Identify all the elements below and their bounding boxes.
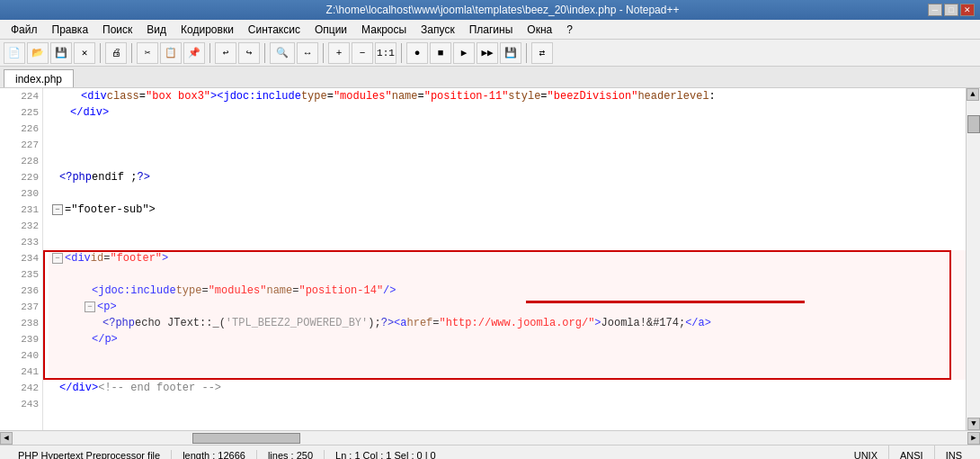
menu-search[interactable]: Поиск	[95, 22, 139, 38]
code-content[interactable]: <div class="box box3"> <jdoc:include typ…	[43, 88, 966, 430]
code-line-229: <?php endif ; ?>	[49, 169, 966, 185]
menu-plugins[interactable]: Плагины	[462, 22, 521, 38]
menu-help[interactable]: ?	[559, 22, 580, 38]
code-line-237: − <p>	[49, 299, 966, 315]
line-num-231: 231	[0, 202, 42, 218]
menu-encoding[interactable]: Кодировки	[174, 22, 241, 38]
toolbar-sep-7	[526, 43, 527, 63]
line-num-234: 234	[0, 250, 42, 266]
toolbar-macro-save[interactable]: 💾	[500, 42, 521, 64]
toolbar-open[interactable]: 📂	[27, 42, 49, 64]
line-num-227: 227	[0, 137, 42, 153]
editor-area: 224 225 226 227 228 229 230 231 232 233 …	[0, 88, 980, 430]
tab-index-php[interactable]: index.php	[4, 69, 74, 87]
menu-view[interactable]: Вид	[139, 22, 174, 38]
line-num-235: 235	[0, 266, 42, 283]
code-line-240	[49, 347, 966, 364]
toolbar-zoomout[interactable]: −	[352, 42, 373, 64]
menu-syntax[interactable]: Синтаксис	[241, 22, 307, 38]
toolbar-undo[interactable]: ↩	[215, 42, 236, 64]
line-num-240: 240	[0, 347, 42, 364]
scroll-down-btn[interactable]: ▼	[967, 418, 980, 430]
toolbar-sep-6	[401, 43, 402, 63]
code-line-239: </p>	[49, 331, 966, 347]
line-num-224: 224	[0, 88, 42, 104]
line-num-232: 232	[0, 218, 42, 234]
menu-windows[interactable]: Окна	[520, 22, 559, 38]
code-line-233	[49, 234, 966, 250]
menu-edit[interactable]: Правка	[45, 22, 96, 38]
scroll-left-btn[interactable]: ◀	[0, 432, 13, 445]
line-num-229: 229	[0, 169, 42, 185]
status-encoding: UNIX	[843, 446, 889, 459]
menu-file[interactable]: Файл	[4, 22, 45, 38]
toolbar-zoomreset[interactable]: 1:1	[375, 42, 396, 64]
line-num-241: 241	[0, 364, 42, 380]
scroll-up-btn[interactable]: ▲	[967, 88, 979, 101]
toolbar-zoomin[interactable]: +	[328, 42, 350, 64]
toolbar-macro-play[interactable]: ▶	[453, 42, 475, 64]
scrollbar-vertical[interactable]: ▲ ▼	[966, 88, 980, 430]
status-left: PHP Hypertext Preprocessor file length :…	[7, 450, 843, 460]
line-num-233: 233	[0, 234, 42, 250]
scroll-thumb-h[interactable]	[192, 433, 300, 444]
toolbar-close[interactable]: ✕	[74, 42, 95, 64]
tab-bar: index.php	[0, 67, 980, 88]
line-num-236: 236	[0, 283, 42, 299]
toolbar-macro-rec[interactable]: ●	[406, 42, 428, 64]
toolbar-print[interactable]: 🖨	[105, 42, 127, 64]
toolbar-cut[interactable]: ✂	[137, 42, 158, 64]
toolbar-redo[interactable]: ↪	[238, 42, 260, 64]
code-line-238: <?php echo JText::_ ( 'TPL_BEEZ2_POWERED…	[49, 315, 966, 331]
toolbar-new[interactable]: 📄	[4, 42, 25, 64]
status-filetype: PHP Hypertext Preprocessor file	[7, 450, 172, 460]
line-num-228: 228	[0, 153, 42, 169]
code-line-236: <jdoc:include type="modules" name="posit…	[49, 283, 966, 299]
scroll-thumb-v[interactable]	[967, 115, 980, 133]
toolbar-find[interactable]: 🔍	[270, 42, 295, 64]
menu-macros[interactable]: Макросы	[354, 22, 414, 38]
code-line-234: − <div id="footer">	[49, 250, 966, 266]
fold-237[interactable]: −	[85, 302, 95, 312]
toolbar-sep-3	[209, 43, 210, 63]
maximize-button[interactable]: □	[944, 4, 958, 16]
line-num-237: 237	[0, 299, 42, 315]
scroll-right-btn[interactable]: ▶	[967, 432, 980, 445]
status-length: length : 12666	[172, 450, 257, 460]
toolbar-sync[interactable]: ⇄	[531, 42, 553, 64]
status-lines: lines : 250	[257, 450, 325, 460]
code-line-232	[49, 218, 966, 234]
title-bar: Z:\home\localhost\www\joomla\templates\b…	[0, 0, 980, 20]
toolbar: 📄 📂 💾 ✕ 🖨 ✂ 📋 📌 ↩ ↪ 🔍 ↔ + − 1:1 ● ■ ▶ ▶▶…	[0, 40, 980, 67]
line-num-239: 239	[0, 331, 42, 347]
close-button[interactable]: ✕	[960, 4, 975, 16]
fold-234[interactable]: −	[52, 253, 63, 264]
toolbar-sep-2	[131, 43, 132, 63]
menu-bar: Файл Правка Поиск Вид Кодировки Синтакси…	[0, 20, 980, 40]
toolbar-sep-1	[100, 43, 101, 63]
line-num-230: 230	[0, 185, 42, 202]
code-line-242: </div> <!-- end footer -->	[49, 380, 966, 396]
toolbar-copy[interactable]: 📋	[160, 42, 182, 64]
line-num-226: 226	[0, 121, 42, 137]
line-num-238: 238	[0, 315, 42, 331]
code-line-243	[49, 396, 966, 412]
line-num-242: 242	[0, 380, 42, 396]
menu-run[interactable]: Запуск	[414, 22, 462, 38]
code-line-224: <div class="box box3"> <jdoc:include typ…	[49, 88, 966, 104]
toolbar-replace[interactable]: ↔	[297, 42, 318, 64]
scrollbar-horizontal[interactable]: ◀ ▶	[0, 430, 980, 445]
title-bar-text: Z:\home\localhost\www\joomla\templates\b…	[77, 4, 928, 16]
fold-231[interactable]: −	[52, 204, 63, 215]
code-line-230	[49, 185, 966, 202]
line-numbers: 224 225 226 227 228 229 230 231 232 233 …	[0, 88, 43, 430]
menu-options[interactable]: Опции	[307, 22, 354, 38]
toolbar-paste[interactable]: 📌	[183, 42, 205, 64]
minimize-button[interactable]: ─	[928, 4, 942, 16]
toolbar-macro-stop[interactable]: ■	[430, 42, 451, 64]
toolbar-save[interactable]: 💾	[50, 42, 72, 64]
toolbar-macro-run[interactable]: ▶▶	[477, 42, 498, 64]
code-line-227	[49, 137, 966, 153]
status-insert: INS	[935, 446, 973, 459]
status-bar: PHP Hypertext Preprocessor file length :…	[0, 445, 980, 459]
